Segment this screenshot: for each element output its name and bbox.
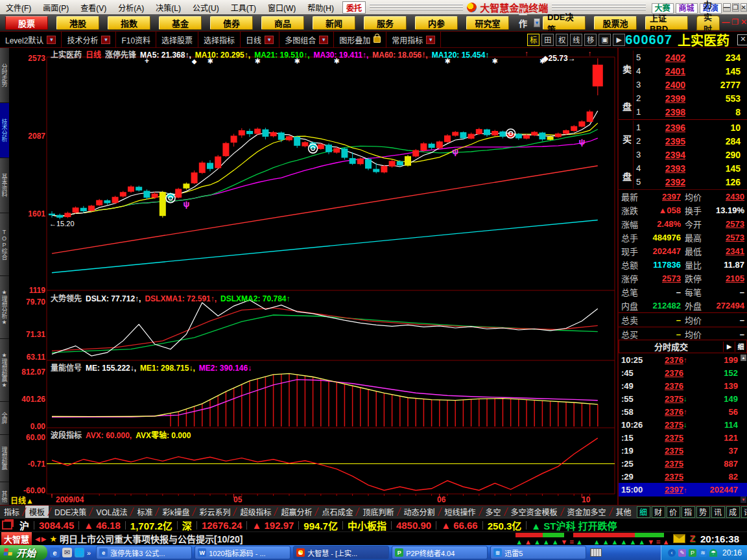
tape-detail-button[interactable]: 细 <box>735 342 746 352</box>
tray-umbrella-icon[interactable]: ☂ <box>709 549 717 557</box>
orderbook-row[interactable]: 123988 <box>633 105 744 119</box>
orderbook-row[interactable]: 22395284 <box>633 134 744 148</box>
monitor-tab[interactable]: 主力实时监控 <box>696 16 720 30</box>
news-ticker[interactable]: 明日上市公司重大事项快报与公告提示[10/20] <box>60 532 243 545</box>
sidebar-tab[interactable]: ★理想分析★ <box>0 276 9 339</box>
orderbook-row[interactable]: 32394290 <box>633 148 744 161</box>
indicator-tab[interactable]: 多空资金模板 <box>507 506 562 518</box>
menu-item[interactable]: 文件(F) <box>0 4 37 13</box>
subtoolbar-item[interactable]: 多图组合▼ <box>279 32 334 47</box>
subtoolbar-item[interactable]: Level2默认▼ <box>0 32 62 47</box>
mini-button[interactable]: 田 <box>541 34 554 46</box>
subtoolbar-item[interactable]: 常用指标▼ <box>386 32 441 47</box>
chevron-down-icon[interactable]: ▼ <box>47 36 56 44</box>
indicator-tab[interactable]: 指标 <box>0 506 23 518</box>
indicator-tab[interactable]: 彩云系列 <box>195 506 234 518</box>
tape-row[interactable]: :452376152 <box>619 366 747 379</box>
restore-icon[interactable]: ❐ <box>732 3 739 12</box>
orderbook-row[interactable]: 42401145 <box>633 64 744 78</box>
indicator-tab[interactable]: DDE决策 <box>51 506 90 518</box>
toolbar-button[interactable]: 指数 <box>108 16 150 30</box>
indicator-tab[interactable]: 模板 <box>25 506 49 518</box>
toolbar-button[interactable]: 港股 <box>56 16 99 30</box>
orderbook-row[interactable]: 1239610 <box>633 121 744 134</box>
tape-row[interactable]: 10:252376↑199 <box>619 353 747 366</box>
subtoolbar-item[interactable]: 图形叠加 <box>334 32 386 47</box>
chevron-down-icon[interactable]: ▼ <box>101 36 110 44</box>
tape-expand-button[interactable]: ▶ <box>723 342 735 352</box>
toolbar-button[interactable]: 新闻 <box>313 16 355 30</box>
indicator-tab[interactable]: 其他 <box>612 506 635 518</box>
news-next-icon[interactable]: ▶ <box>42 535 47 542</box>
toolbar-button[interactable]: DDE决策 <box>543 16 586 30</box>
news-prev-icon[interactable]: ◀ <box>35 535 40 542</box>
orderbook-row[interactable]: 52392126 <box>633 175 744 189</box>
z-flag-icon[interactable]: Z <box>689 533 695 544</box>
mail-icon[interactable] <box>673 534 685 543</box>
tape-row[interactable]: :552375↓149 <box>619 392 747 405</box>
task-button[interactable]: ☯大智慧 - [上实... <box>293 546 389 559</box>
sidebar-tab[interactable]: 分时走势 <box>0 48 9 103</box>
sidebar-tab[interactable]: 理想超赢 <box>0 435 9 482</box>
tape-row[interactable]: :29237582 <box>619 470 747 483</box>
indicator-tab[interactable]: 超赢分析 <box>277 506 316 518</box>
toolbar-button[interactable]: 服务 <box>364 16 407 30</box>
tape-last-row[interactable]: 15:002397↑202447 <box>619 483 747 496</box>
keyboard-icon[interactable] <box>590 548 602 557</box>
mini-button[interactable]: 移 <box>584 34 597 46</box>
entrust-button[interactable]: 委托 <box>342 1 366 14</box>
tape-row[interactable]: :152375121 <box>619 431 747 444</box>
menu-item[interactable]: 查看(V) <box>75 4 112 13</box>
orderbook-row[interactable]: 52402234 <box>633 51 744 64</box>
toolbar-button[interactable]: 股票 <box>5 16 48 30</box>
mini-tab[interactable]: 价 <box>667 506 680 518</box>
menu-item[interactable]: 分析(A) <box>112 4 150 13</box>
indicator-tab[interactable]: 短线操作 <box>441 506 480 518</box>
menu-item[interactable]: 画面(P) <box>37 4 75 13</box>
mini-button[interactable]: 权 <box>556 34 568 46</box>
indicator-tab[interactable]: 资金加多空 <box>563 506 610 518</box>
orderbook-row[interactable]: 22399553 <box>633 91 744 105</box>
mini-tab[interactable]: 细 <box>637 506 650 518</box>
tape-row[interactable]: :19237537 <box>619 444 747 457</box>
tray-thunder-icon[interactable]: ≋ <box>699 549 707 557</box>
menu-item[interactable]: 决策(L) <box>150 4 187 13</box>
subtoolbar-item[interactable]: 选择股票 <box>156 32 198 47</box>
task-button[interactable]: ≋迅雷5 <box>490 546 586 559</box>
mini-tab[interactable]: 财 <box>652 506 665 518</box>
toolbar-button[interactable]: 商品 <box>261 16 304 30</box>
tape-row[interactable]: :582376↑56 <box>619 405 747 418</box>
indicator-tab[interactable]: 顶底判断 <box>359 506 397 518</box>
chevron-down-icon[interactable]: ▼ <box>534 18 540 27</box>
menu-item[interactable]: 工具(T) <box>225 4 262 13</box>
mini-button[interactable]: 标 <box>527 34 540 46</box>
minimize-icon[interactable]: — <box>723 3 731 12</box>
mini-tab[interactable]: 评 <box>741 506 747 518</box>
menu-item[interactable]: 窗口(W) <box>262 4 302 13</box>
mini-button[interactable]: 线 <box>570 34 582 46</box>
task-button[interactable]: PP2P终结者4.04 <box>392 546 488 559</box>
chart-close-icon[interactable]: ✕ <box>737 34 747 45</box>
child-restore-icon[interactable]: ❐ <box>731 18 739 28</box>
indicator-tab[interactable]: VOL战法 <box>92 506 131 518</box>
orderbook-row[interactable]: 42393145 <box>633 161 744 175</box>
chevron-down-icon[interactable]: ▼ <box>265 36 274 44</box>
mini-tab[interactable]: 指 <box>682 506 695 518</box>
indicator-tab[interactable]: 点石成金 <box>318 506 357 518</box>
indicator-tab[interactable]: 多空 <box>482 506 505 518</box>
sidebar-tab[interactable]: TOP综合 <box>0 213 9 276</box>
tray-msn-icon[interactable]: ‹ <box>668 549 676 557</box>
menu-item[interactable]: 公式(U) <box>187 4 225 13</box>
indicator-tab[interactable]: 彩k操盘 <box>158 506 193 518</box>
tape-row[interactable]: :252375887 <box>619 457 747 470</box>
start-button[interactable]: 开始 <box>0 545 47 560</box>
task-button[interactable]: e涨停先锋3 公式... <box>96 546 192 559</box>
indicator-tab[interactable]: 标准 <box>133 506 156 518</box>
chevron-down-icon[interactable]: ▼ <box>319 36 328 44</box>
chevron-down-icon[interactable]: ▼ <box>426 36 435 44</box>
toolbar-button[interactable]: 上证BBD <box>645 16 688 30</box>
toolbar-button[interactable]: 研究室 <box>466 16 509 30</box>
ie-icon[interactable]: e <box>50 548 60 557</box>
scroll-down-icon[interactable]: ▼ <box>741 496 746 503</box>
mini-tab[interactable]: 势 <box>696 506 710 518</box>
